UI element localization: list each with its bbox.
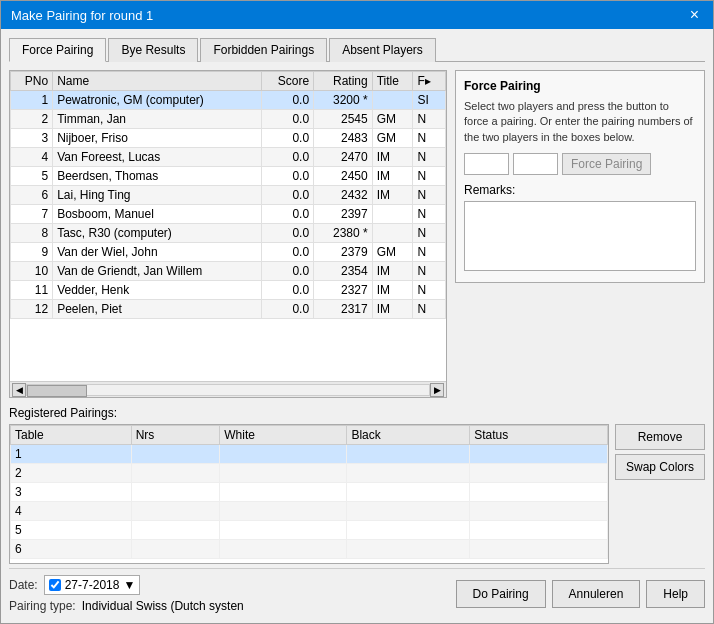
- cell-rating: 2483: [314, 129, 373, 148]
- reg-cell-status: [470, 464, 608, 483]
- col-header-rating: Rating: [314, 72, 373, 91]
- close-button[interactable]: ×: [686, 7, 703, 23]
- reg-cell-table: 3: [11, 483, 132, 502]
- cell-name: Bosboom, Manuel: [53, 205, 261, 224]
- fp-input-2[interactable]: [513, 153, 558, 175]
- table-row[interactable]: 7 Bosboom, Manuel 0.0 2397 N: [11, 205, 446, 224]
- cell-rating: 3200 *: [314, 91, 373, 110]
- cell-score: 0.0: [261, 205, 314, 224]
- remove-button[interactable]: Remove: [615, 424, 705, 450]
- reg-cell-white: [220, 540, 347, 559]
- table-row[interactable]: 10 Van de Griendt, Jan Willem 0.0 2354 I…: [11, 262, 446, 281]
- player-table-scroll[interactable]: PNo Name Score Rating Title F▸ 1 Pewatro: [10, 71, 446, 381]
- table-row[interactable]: 3 Nijboer, Friso 0.0 2483 GM N: [11, 129, 446, 148]
- cell-score: 0.0: [261, 91, 314, 110]
- reg-cell-black: [347, 464, 470, 483]
- table-row[interactable]: 4 Van Foreest, Lucas 0.0 2470 IM N: [11, 148, 446, 167]
- date-dropdown[interactable]: 27-7-2018 ▼: [44, 575, 141, 595]
- reg-cell-white: [220, 502, 347, 521]
- tab-forbidden-pairings[interactable]: Forbidden Pairings: [200, 38, 327, 62]
- scroll-thumb[interactable]: [27, 385, 87, 397]
- cell-pno: 1: [11, 91, 53, 110]
- cell-pno: 7: [11, 205, 53, 224]
- registered-table-scroll[interactable]: Table Nrs White Black Status 1: [10, 425, 608, 563]
- player-table: PNo Name Score Rating Title F▸ 1 Pewatro: [10, 71, 446, 319]
- date-dropdown-arrow[interactable]: ▼: [123, 578, 135, 592]
- do-pairing-button[interactable]: Do Pairing: [456, 580, 546, 608]
- reg-cell-nrs: [131, 521, 220, 540]
- cell-pno: 5: [11, 167, 53, 186]
- table-row[interactable]: 5 Beerdsen, Thomas 0.0 2450 IM N: [11, 167, 446, 186]
- cell-f: N: [413, 148, 446, 167]
- reg-cell-status: [470, 502, 608, 521]
- bottom-left: Date: 27-7-2018 ▼ Pairing type: Individu…: [9, 575, 448, 613]
- tab-bar: Force Pairing Bye Results Forbidden Pair…: [9, 37, 705, 62]
- table-row[interactable]: 9 Van der Wiel, John 0.0 2379 GM N: [11, 243, 446, 262]
- cell-name: Van de Griendt, Jan Willem: [53, 262, 261, 281]
- horizontal-scrollbar[interactable]: ◀ ▶: [10, 381, 446, 397]
- reg-cell-black: [347, 445, 470, 464]
- reg-cell-black: [347, 502, 470, 521]
- cell-score: 0.0: [261, 300, 314, 319]
- cell-title: [372, 91, 413, 110]
- table-row[interactable]: 11 Vedder, Henk 0.0 2327 IM N: [11, 281, 446, 300]
- pairing-type-label: Pairing type:: [9, 599, 76, 613]
- content-area: Force Pairing Bye Results Forbidden Pair…: [1, 29, 713, 623]
- cell-name: Timman, Jan: [53, 110, 261, 129]
- tab-absent-players[interactable]: Absent Players: [329, 38, 436, 62]
- list-item[interactable]: 1: [11, 445, 608, 464]
- cell-rating: 2327: [314, 281, 373, 300]
- cell-name: Peelen, Piet: [53, 300, 261, 319]
- pairing-type-row: Pairing type: Individual Swiss (Dutch sy…: [9, 599, 448, 613]
- help-button[interactable]: Help: [646, 580, 705, 608]
- table-row[interactable]: 1 Pewatronic, GM (computer) 0.0 3200 * S…: [11, 91, 446, 110]
- cell-name: Van der Wiel, John: [53, 243, 261, 262]
- table-row[interactable]: 2 Timman, Jan 0.0 2545 GM N: [11, 110, 446, 129]
- fp-input-1[interactable]: [464, 153, 509, 175]
- bottom-buttons: Do Pairing Annuleren Help: [456, 580, 705, 608]
- list-item[interactable]: 5: [11, 521, 608, 540]
- cell-pno: 2: [11, 110, 53, 129]
- scroll-left-arrow[interactable]: ◀: [12, 383, 26, 397]
- remarks-textarea[interactable]: [464, 201, 696, 271]
- reg-cell-black: [347, 483, 470, 502]
- force-pairing-button[interactable]: Force Pairing: [562, 153, 651, 175]
- date-checkbox[interactable]: [49, 579, 61, 591]
- cell-name: Beerdsen, Thomas: [53, 167, 261, 186]
- list-item[interactable]: 3: [11, 483, 608, 502]
- col-header-score: Score: [261, 72, 314, 91]
- list-item[interactable]: 4: [11, 502, 608, 521]
- cell-title: IM: [372, 186, 413, 205]
- tab-bye-results[interactable]: Bye Results: [108, 38, 198, 62]
- table-row[interactable]: 12 Peelen, Piet 0.0 2317 IM N: [11, 300, 446, 319]
- scroll-track[interactable]: [26, 384, 430, 396]
- cell-rating: 2397: [314, 205, 373, 224]
- cell-pno: 4: [11, 148, 53, 167]
- bottom-bar: Date: 27-7-2018 ▼ Pairing type: Individu…: [9, 568, 705, 615]
- cell-name: Vedder, Henk: [53, 281, 261, 300]
- cell-score: 0.0: [261, 262, 314, 281]
- table-row[interactable]: 6 Lai, Hing Ting 0.0 2432 IM N: [11, 186, 446, 205]
- scroll-right-arrow[interactable]: ▶: [430, 383, 444, 397]
- cell-title: IM: [372, 281, 413, 300]
- list-item[interactable]: 6: [11, 540, 608, 559]
- registered-label: Registered Pairings:: [9, 406, 705, 420]
- cell-rating: 2545: [314, 110, 373, 129]
- table-row[interactable]: 8 Tasc, R30 (computer) 0.0 2380 * N: [11, 224, 446, 243]
- cell-title: GM: [372, 110, 413, 129]
- list-item[interactable]: 2: [11, 464, 608, 483]
- cell-name: Tasc, R30 (computer): [53, 224, 261, 243]
- col-header-title: Title: [372, 72, 413, 91]
- cell-f: SI: [413, 91, 446, 110]
- reg-cell-status: [470, 445, 608, 464]
- annuleren-button[interactable]: Annuleren: [552, 580, 641, 608]
- tab-force-pairing[interactable]: Force Pairing: [9, 38, 106, 62]
- cell-score: 0.0: [261, 167, 314, 186]
- reg-cell-white: [220, 445, 347, 464]
- cell-rating: 2450: [314, 167, 373, 186]
- swap-colors-button[interactable]: Swap Colors: [615, 454, 705, 480]
- cell-f: N: [413, 129, 446, 148]
- reg-cell-table: 2: [11, 464, 132, 483]
- cell-score: 0.0: [261, 110, 314, 129]
- reg-cell-white: [220, 464, 347, 483]
